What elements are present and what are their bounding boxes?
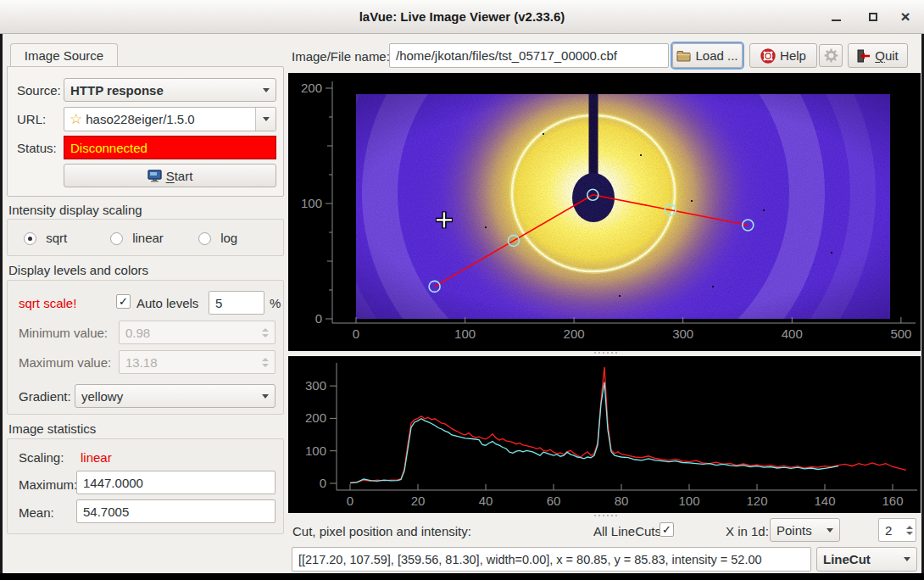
- svg-text:20: 20: [411, 494, 426, 508]
- load-button[interactable]: Load ...: [672, 43, 743, 68]
- load-button-label: Load ...: [695, 48, 738, 63]
- splitter-handle[interactable]: [594, 352, 617, 354]
- spin-arrows: [262, 328, 269, 337]
- svg-text:400: 400: [782, 326, 803, 341]
- settings-button[interactable]: [819, 44, 843, 67]
- stats-mean-value: 54.7005: [76, 499, 276, 523]
- svg-text:100: 100: [301, 196, 322, 210]
- radio-log-label: log: [220, 231, 237, 245]
- svg-text:120: 120: [746, 494, 767, 508]
- spin-arrows: [262, 358, 269, 367]
- minimize-button[interactable]: [826, 7, 846, 27]
- svg-text:100: 100: [678, 494, 699, 508]
- gradient-combobox[interactable]: yellowy: [75, 384, 276, 408]
- source-label: Source:: [17, 83, 61, 98]
- radio-sqrt-icon: [24, 232, 36, 245]
- cut-position-value[interactable]: [[217.20, 107.59], [359.56, 81.30], widt…: [292, 547, 811, 572]
- url-combobox[interactable]: ☆ haso228eiger/1.5.0: [64, 107, 276, 131]
- start-button[interactable]: Start: [64, 164, 276, 187]
- all-linecuts-checkbox[interactable]: ✓: [660, 522, 674, 537]
- tool-combobox[interactable]: LineCut: [816, 547, 917, 572]
- gear-icon: [824, 48, 838, 63]
- radio-log-icon: [198, 232, 211, 245]
- x-in-1d-label: X in 1d:: [726, 524, 769, 538]
- stats-maximum-label: Maximum:: [19, 477, 77, 492]
- minimum-value-label: Minimum value:: [19, 326, 108, 340]
- lavue-window: laVue: Live Image Viewer (v2.33.6) × Ima…: [0, 0, 924, 580]
- tab-image-source[interactable]: Image Source: [10, 43, 118, 67]
- radio-linear-label: linear: [132, 231, 164, 245]
- svg-text:0: 0: [315, 311, 322, 326]
- filename-input[interactable]: /home/jkotan/files/tst_05717_00000.cbf: [389, 43, 669, 68]
- chevron-down-icon: [904, 557, 910, 561]
- maximize-icon: [869, 13, 877, 21]
- image-plot[interactable]: 0 100 200 0 100 200 300 400 500: [288, 73, 921, 351]
- source-combobox-value: HTTP response: [70, 83, 263, 98]
- help-button-label: Help: [780, 48, 806, 63]
- window-title: laVue: Live Image Viewer (v2.33.6): [0, 9, 924, 24]
- gradient-label: Gradient:: [19, 389, 71, 404]
- svg-text:300: 300: [305, 378, 326, 393]
- chevron-down-icon: [263, 117, 270, 121]
- svg-text:0: 0: [347, 494, 353, 508]
- gradient-combobox-value: yellowy: [81, 389, 262, 404]
- help-button[interactable]: Help: [749, 43, 817, 68]
- all-linecuts-label: All LineCuts:: [593, 524, 665, 538]
- filename-label: Image/File name:: [292, 49, 390, 64]
- x-in-1d-combobox[interactable]: Points: [770, 518, 840, 542]
- close-button[interactable]: ×: [895, 7, 916, 27]
- svg-text:500: 500: [890, 326, 911, 341]
- svg-text:200: 200: [301, 81, 322, 95]
- auto-levels-label: Auto levels: [136, 296, 198, 310]
- star-icon: ☆: [64, 110, 86, 128]
- svg-text:80: 80: [615, 494, 629, 508]
- linecut-plot-canvas: 0 100 200 300 0 20 40 60 80 100 120 140 …: [288, 356, 921, 513]
- stats-scaling-label: Scaling:: [19, 450, 64, 465]
- radio-linear[interactable]: linear: [110, 231, 164, 245]
- start-button-label: Start: [166, 169, 193, 183]
- chevron-down-icon: [262, 394, 269, 399]
- exit-door-icon: [857, 49, 871, 63]
- window-border-bottom: [0, 573, 924, 580]
- radio-log[interactable]: log: [198, 231, 237, 245]
- svg-text:40: 40: [479, 494, 493, 508]
- window-border-left: [0, 34, 3, 580]
- radio-linear-icon: [110, 232, 123, 245]
- auto-levels-checkbox[interactable]: ✓: [116, 294, 131, 309]
- svg-text:0: 0: [353, 326, 359, 341]
- x-in-1d-value: Points: [776, 523, 827, 538]
- radio-sqrt[interactable]: sqrt: [24, 231, 67, 245]
- image-plot-canvas: 0 100 200 0 100 200 300 400 500: [288, 73, 921, 351]
- url-dropdown-button[interactable]: [255, 108, 276, 131]
- stats-scaling-value: linear: [81, 450, 112, 465]
- tool-combobox-value: LineCut: [823, 552, 904, 566]
- stats-mean-label: Mean:: [19, 505, 54, 520]
- tab-image-source-label: Image Source: [25, 48, 103, 63]
- maximize-button[interactable]: [863, 7, 883, 27]
- section-title-image-statistics: Image statistics: [8, 421, 96, 436]
- url-combobox-value: haso228eiger/1.5.0: [86, 112, 255, 126]
- section-title-intensity-scaling: Intensity display scaling: [8, 203, 142, 217]
- minimize-icon: [832, 14, 841, 21]
- svg-text:160: 160: [882, 494, 903, 508]
- quit-button-label: Quit: [875, 48, 899, 63]
- titlebar[interactable]: laVue: Live Image Viewer (v2.33.6) ×: [0, 0, 924, 34]
- maximum-value-spinbox: 13.18: [119, 350, 276, 374]
- check-icon: ✓: [662, 523, 671, 536]
- url-label: URL:: [17, 112, 46, 126]
- svg-text:200: 200: [564, 326, 585, 341]
- check-icon: ✓: [119, 295, 128, 308]
- cut-position-label: Cut, pixel position and intensity:: [292, 524, 471, 538]
- quit-button[interactable]: Quit: [848, 43, 908, 68]
- auto-levels-input[interactable]: 5: [209, 291, 264, 315]
- cuts-count-spinbox[interactable]: 2: [878, 518, 916, 542]
- spin-arrows[interactable]: [906, 526, 913, 535]
- linecut-plot[interactable]: 0 100 200 300 0 20 40 60 80 100 120 140 …: [288, 356, 921, 513]
- monitor-icon: [148, 170, 162, 182]
- scale-warning-label: sqrt scale!: [19, 296, 76, 310]
- svg-text:200: 200: [305, 410, 326, 425]
- svg-text:100: 100: [454, 326, 476, 341]
- source-combobox[interactable]: HTTP response: [64, 78, 276, 102]
- splitter-handle[interactable]: [594, 515, 617, 516]
- svg-text:0: 0: [320, 476, 326, 490]
